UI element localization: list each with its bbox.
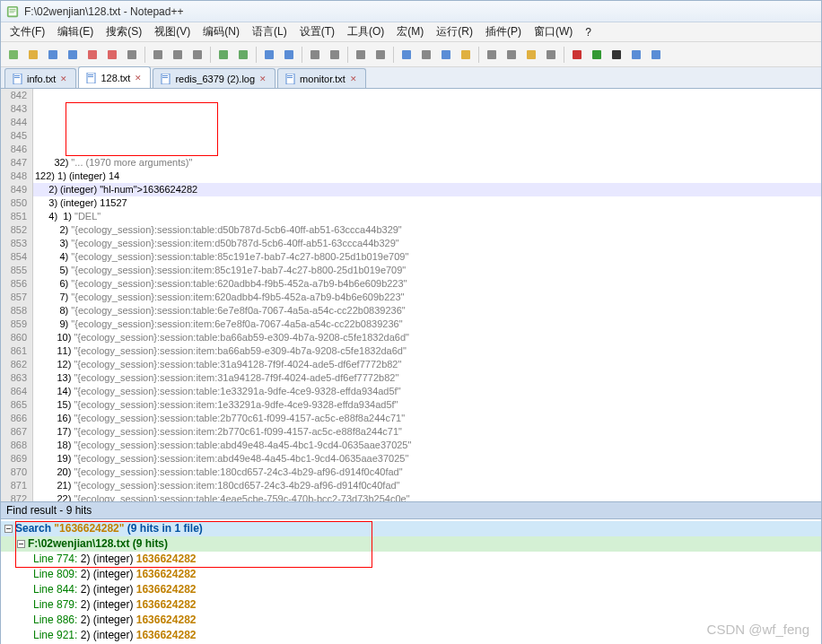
code-line: 2) (integer) "hl-num">1636624282 bbox=[33, 183, 821, 196]
code-area[interactable]: 数据量大 32) "... (1970 more arguments)"122)… bbox=[33, 89, 821, 501]
wordwrap-icon[interactable] bbox=[398, 46, 415, 64]
func-list-icon[interactable] bbox=[503, 46, 520, 64]
code-line: 15) "{ecology_session}:session:item:1e33… bbox=[33, 398, 821, 412]
svg-rect-8 bbox=[127, 50, 136, 59]
svg-rect-42 bbox=[286, 74, 294, 84]
lang-icon[interactable] bbox=[457, 46, 475, 64]
tab-close-icon[interactable]: ✕ bbox=[258, 74, 267, 83]
redo-icon[interactable] bbox=[234, 46, 252, 64]
gutter-line: 862 bbox=[1, 358, 27, 371]
copy-icon[interactable] bbox=[169, 46, 187, 64]
cut-icon[interactable] bbox=[149, 46, 167, 64]
menu-window[interactable]: 窗口(W) bbox=[529, 22, 578, 41]
print-icon[interactable] bbox=[123, 46, 141, 64]
find-hit-line[interactable]: Line 809: 2) (integer) 1636624282 bbox=[1, 567, 821, 582]
menu-macro[interactable]: 宏(M) bbox=[391, 22, 429, 41]
monitor-icon[interactable] bbox=[542, 46, 560, 64]
menu-edit[interactable]: 编辑(E) bbox=[52, 22, 99, 41]
menubar: 文件(F) 编辑(E) 搜索(S) 视图(V) 编码(N) 语言(L) 设置(T… bbox=[1, 22, 821, 42]
collapse-icon[interactable] bbox=[4, 525, 13, 533]
svg-rect-30 bbox=[612, 50, 621, 59]
gutter-line: 867 bbox=[1, 425, 27, 439]
find-hit-line[interactable]: Line 774: 2) (integer) 1636624282 bbox=[1, 552, 821, 567]
find-results[interactable]: Search "1636624282" (9 hits in 1 file)F:… bbox=[1, 519, 821, 644]
svg-rect-44 bbox=[287, 77, 293, 78]
save-icon[interactable] bbox=[44, 46, 62, 64]
find-hit-line[interactable]: Line 886: 2) (integer) 1636624282 bbox=[1, 613, 821, 628]
code-line: 16) "{ecology_session}:session:table:2b7… bbox=[33, 412, 821, 425]
svg-rect-20 bbox=[402, 50, 411, 59]
find-file-line[interactable]: F:\02wenjian\128.txt (9 hits) bbox=[1, 536, 821, 552]
svg-rect-2 bbox=[9, 50, 18, 59]
menu-run[interactable]: 运行(R) bbox=[431, 22, 478, 41]
tab-close-icon[interactable]: ✕ bbox=[59, 74, 68, 83]
svg-rect-37 bbox=[88, 74, 93, 75]
code-line: 5) "{ecology_session}:session:item:85c19… bbox=[33, 264, 821, 277]
collapse-icon[interactable] bbox=[17, 540, 25, 548]
menu-language[interactable]: 语言(L) bbox=[247, 22, 293, 41]
tab-monitor-txt[interactable]: monitor.txt✕ bbox=[277, 68, 366, 88]
document-icon bbox=[13, 74, 23, 84]
code-line: 22) "{ecology_session}:session:table:4ea… bbox=[33, 492, 821, 501]
gutter-line: 868 bbox=[1, 439, 27, 452]
tab-close-icon[interactable]: ✕ bbox=[349, 74, 358, 83]
gutter-line: 871 bbox=[1, 479, 27, 492]
gutter-line: 846 bbox=[1, 143, 27, 156]
menu-help[interactable]: ? bbox=[580, 24, 597, 40]
sync-h-icon[interactable] bbox=[372, 46, 389, 64]
code-line: 9) "{ecology_session}:session:item:6e7e8… bbox=[33, 318, 821, 331]
menu-file[interactable]: 文件(F) bbox=[4, 22, 50, 41]
save-all-icon[interactable] bbox=[64, 46, 82, 64]
record-icon[interactable] bbox=[568, 46, 586, 64]
all-chars-icon[interactable] bbox=[417, 46, 435, 64]
open-file-icon[interactable] bbox=[24, 46, 42, 64]
tab-close-icon[interactable]: ✕ bbox=[134, 74, 143, 83]
new-file-icon[interactable] bbox=[4, 46, 22, 64]
menu-encoding[interactable]: 编码(N) bbox=[197, 22, 245, 41]
gutter-line: 852 bbox=[1, 223, 27, 237]
menu-plugins[interactable]: 插件(P) bbox=[480, 22, 527, 41]
find-hit-line[interactable]: Line 844: 2) (integer) 1636624282 bbox=[1, 582, 821, 597]
gutter-line: 843 bbox=[1, 102, 27, 116]
menu-search[interactable]: 搜索(S) bbox=[101, 22, 147, 41]
svg-rect-28 bbox=[573, 50, 582, 59]
find-search-line[interactable]: Search "1636624282" (9 hits in 1 file) bbox=[1, 521, 821, 536]
close-all-icon[interactable] bbox=[103, 46, 121, 64]
close-icon[interactable] bbox=[83, 46, 101, 64]
svg-rect-33 bbox=[13, 74, 22, 84]
tab-redis-6379--2--log[interactable]: redis_6379 (2).log✕ bbox=[153, 68, 275, 88]
code-line: 21) "{ecology_session}:session:item:180c… bbox=[33, 479, 821, 492]
doc-map-icon[interactable] bbox=[483, 46, 501, 64]
zoom-in-icon[interactable] bbox=[306, 46, 324, 64]
stop-icon[interactable] bbox=[608, 46, 625, 64]
playback-icon[interactable] bbox=[627, 46, 645, 64]
code-line: 8) "{ecology_session}:session:table:6e7e… bbox=[33, 304, 821, 318]
play-icon[interactable] bbox=[588, 46, 606, 64]
folder-icon[interactable] bbox=[522, 46, 540, 64]
document-icon bbox=[86, 73, 97, 83]
gutter-line: 854 bbox=[1, 250, 27, 264]
zoom-out-icon[interactable] bbox=[326, 46, 344, 64]
svg-rect-19 bbox=[376, 50, 385, 59]
replace-icon[interactable] bbox=[280, 46, 298, 64]
find-icon[interactable] bbox=[260, 46, 278, 64]
undo-icon[interactable] bbox=[214, 46, 232, 64]
paste-icon[interactable] bbox=[188, 46, 206, 64]
gutter-line: 859 bbox=[1, 318, 27, 331]
find-hit-line[interactable]: Line 921: 2) (integer) 1636624282 bbox=[1, 628, 821, 643]
menu-view[interactable]: 视图(V) bbox=[149, 22, 196, 41]
save-macro-icon[interactable] bbox=[647, 46, 665, 64]
gutter-line: 857 bbox=[1, 291, 27, 304]
code-line: 20) "{ecology_session}:session:table:180… bbox=[33, 466, 821, 479]
sync-v-icon[interactable] bbox=[352, 46, 370, 64]
svg-rect-27 bbox=[547, 50, 555, 59]
tab-info-txt[interactable]: info.txt✕ bbox=[4, 68, 76, 88]
menu-tools[interactable]: 工具(O) bbox=[342, 22, 389, 41]
tab-128-txt[interactable]: 128.txt✕ bbox=[78, 66, 151, 88]
code-line: 4) 1) "DEL" bbox=[33, 210, 821, 223]
indent-guide-icon[interactable] bbox=[437, 46, 455, 64]
find-hit-line[interactable]: Line 879: 2) (integer) 1636624282 bbox=[1, 597, 821, 613]
code-line: 18) "{ecology_session}:session:table:abd… bbox=[33, 439, 821, 452]
gutter-line: 845 bbox=[1, 129, 27, 143]
menu-settings[interactable]: 设置(T) bbox=[294, 22, 340, 41]
